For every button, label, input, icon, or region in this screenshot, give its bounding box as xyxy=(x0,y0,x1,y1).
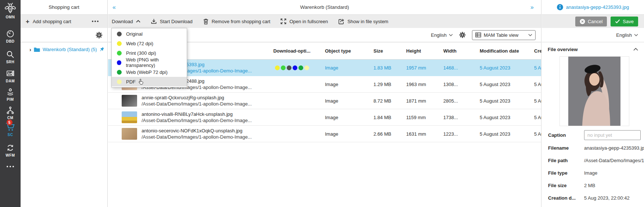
gear-icon[interactable] xyxy=(95,31,103,39)
file-path-label: File path xyxy=(548,158,584,163)
field-caption: Caption xyxy=(548,130,644,140)
menu-item-original[interactable]: Original xyxy=(112,29,187,39)
width: 1223... xyxy=(439,131,476,137)
rail-item-wfm[interactable]: WFM xyxy=(0,143,21,157)
rail-item-more[interactable] xyxy=(0,165,21,168)
export-arrow-icon xyxy=(338,18,344,25)
menu-item-print-300dpi[interactable]: Print (300 dpi) xyxy=(112,48,187,58)
thumbnail xyxy=(122,128,137,140)
size: 1.29 MB xyxy=(373,82,404,87)
fullscreen-icon xyxy=(280,18,286,24)
menu-item-web-webp[interactable]: Web (WebP 72 dpi) xyxy=(112,67,187,77)
check-icon xyxy=(615,19,620,24)
file-size-value: 2 MB xyxy=(584,183,644,188)
collapse-right-icon[interactable]: » xyxy=(530,4,534,11)
menu-item-web-png[interactable]: Web (PNG with transparency) xyxy=(112,58,187,67)
caption-label: Caption xyxy=(548,132,584,138)
rail-item-sc[interactable]: 5 SC xyxy=(0,122,21,137)
option-dot xyxy=(293,65,297,70)
filename-label: Filename xyxy=(548,145,584,151)
language-select[interactable]: English xyxy=(616,32,638,38)
object-type: Image xyxy=(325,115,373,120)
height: 1871 mm xyxy=(404,98,439,104)
table-row[interactable]: antonino-visalli-RNiBLy7aHck-unsplash.jp… xyxy=(108,109,541,126)
save-button[interactable]: Save xyxy=(611,17,638,26)
rail-item-srh[interactable]: SRH xyxy=(0,50,21,64)
creation-date-value: 5 Aug 2023, 22:00:42 xyxy=(584,195,644,201)
rail-item-cm[interactable]: CM xyxy=(0,106,21,120)
chevron-up-icon xyxy=(136,20,140,23)
info-icon[interactable] xyxy=(557,4,563,10)
menu-item-pdf[interactable]: PDF xyxy=(112,77,187,86)
file-detail-panel: anastasiya-gepp-4235393.jpg Cancel Save xyxy=(542,0,644,207)
option-dot xyxy=(117,51,122,56)
detail-fields: Caption Filename anastasiya-gepp-4235393… xyxy=(542,126,644,207)
language-select[interactable]: English xyxy=(431,32,453,38)
col-header-height[interactable]: Height xyxy=(404,48,439,54)
media-image-icon xyxy=(6,69,15,78)
table-row[interactable]: annie-spratt-QckxruozjRg-unsplash.jpg /A… xyxy=(108,93,541,109)
pin-icon xyxy=(100,47,104,52)
col-header-object-type[interactable]: Object type xyxy=(325,48,373,54)
rail-item-pim[interactable]: PIM xyxy=(0,88,21,101)
download-options-menu: Original Web (72 dpi) Print (300 dpi) We… xyxy=(111,28,187,88)
modification-date: 5 August 2023 xyxy=(476,65,529,71)
file-path: /Asset-Data/Demo/Images/1-apollon-Demo-I… xyxy=(142,134,252,140)
cancel-label: Cancel xyxy=(588,19,602,24)
file-name: antonino-visalli-RNiBLy7aHck-unsplash.jp… xyxy=(142,111,252,117)
table-row[interactable]: antonio-secerovic-NOFdK1xOqkQ-unsplash.j… xyxy=(108,126,541,142)
option-dot xyxy=(117,60,121,65)
cancel-button[interactable]: Cancel xyxy=(575,17,607,26)
file-overview-title: File overview xyxy=(548,47,578,52)
menu-item-label: Print (300 dpi) xyxy=(126,50,156,56)
show-in-file-system-label: Show in file system xyxy=(347,19,388,24)
rail-item-dbd[interactable]: DBD xyxy=(0,29,21,43)
download-menu-button[interactable]: Download xyxy=(112,19,140,24)
rail-label-omn: OMN xyxy=(6,15,15,19)
bee-logo-icon xyxy=(4,2,17,14)
start-download-button[interactable]: Start Download xyxy=(151,18,193,25)
file-size-label: File size xyxy=(548,183,584,188)
option-dot xyxy=(117,70,122,75)
more-modules-icon xyxy=(6,165,15,168)
open-fullscreen-button[interactable]: Open in fullscreen xyxy=(280,18,328,24)
option-dot xyxy=(298,65,303,70)
cart-more-button[interactable] xyxy=(92,21,99,22)
creation-date: 5 August 2023 xyxy=(529,98,541,104)
remove-from-cart-label: Remove from shopping cart xyxy=(212,19,271,24)
option-dot xyxy=(275,65,280,70)
cart-content-panel: Warenkorb (Standard) « » Download Start … xyxy=(108,0,541,207)
file-name: antonio-secerovic-NOFdK1xOqkQ-unsplash.j… xyxy=(142,128,252,134)
cancel-circle-icon xyxy=(580,19,585,24)
show-in-file-system-button[interactable]: Show in file system xyxy=(338,18,388,25)
add-shopping-cart-label: Add shopping cart xyxy=(33,19,71,24)
gear-icon[interactable] xyxy=(459,31,466,39)
rail-item-dam[interactable]: DAM xyxy=(0,69,21,83)
rail-item-omn[interactable]: OMN xyxy=(0,2,21,19)
height: 1957 mm xyxy=(404,65,439,71)
open-fullscreen-label: Open in fullscreen xyxy=(289,19,328,24)
file-type-label: File type xyxy=(548,170,584,176)
chevron-up-icon[interactable] xyxy=(633,48,638,51)
size: 2.66 MB xyxy=(373,131,404,137)
col-header-width[interactable]: Width xyxy=(439,48,476,54)
rail-label-sc: SC xyxy=(8,133,13,137)
view-mode-select[interactable]: MAM Table view xyxy=(472,30,536,40)
add-shopping-cart-button[interactable]: + Add shopping cart xyxy=(26,18,71,25)
col-header-size[interactable]: Size xyxy=(373,48,404,54)
cart-tree-item-warenkorb[interactable]: › Warenkorb (Standard) (5) xyxy=(21,47,107,52)
remove-from-cart-button[interactable]: Remove from shopping cart xyxy=(203,18,271,25)
detail-filename-title: anastasiya-gepp-4235393.jpg xyxy=(566,4,629,10)
menu-item-label: Web (72 dpi) xyxy=(126,41,153,46)
field-file-type: File type Image xyxy=(548,168,644,178)
col-header-modification-date[interactable]: Modification date xyxy=(476,48,529,54)
collapse-left-icon[interactable]: « xyxy=(112,4,116,11)
menu-item-web-72dpi[interactable]: Web (72 dpi) xyxy=(112,39,187,48)
chevron-right-icon[interactable]: › xyxy=(29,47,31,52)
download-option-dots xyxy=(259,65,325,70)
main-header: Warenkorb (Standard) « » xyxy=(108,0,541,15)
chevron-down-icon xyxy=(449,34,453,36)
caption-input[interactable] xyxy=(584,130,641,140)
col-header-created[interactable]: Cre... xyxy=(529,48,541,54)
col-header-download-options[interactable]: Download-opti... xyxy=(259,48,325,54)
